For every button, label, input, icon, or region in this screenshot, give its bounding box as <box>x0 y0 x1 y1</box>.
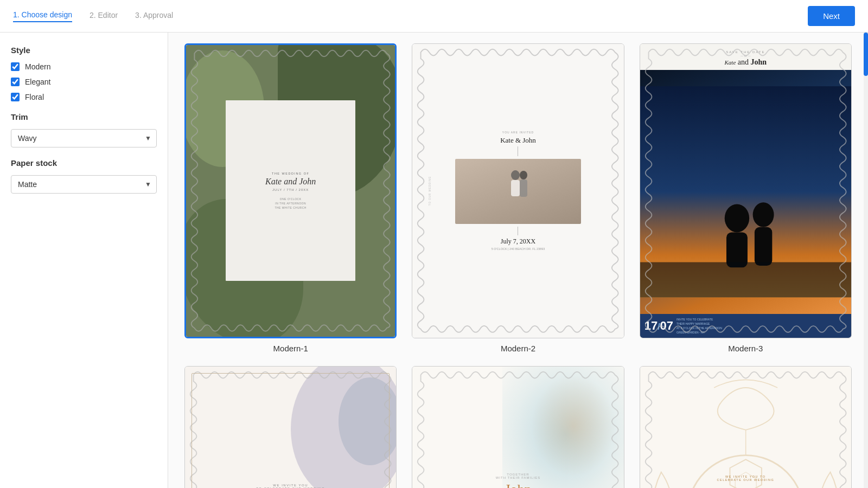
card-elegant-2-image[interactable]: TOGETHERWITH THEIR FAMILIES John and Nat… <box>412 366 624 488</box>
style-floral-label[interactable]: Floral <box>25 93 44 101</box>
card-modern-1-image[interactable]: THE WEDDING OF Kate and John JULY / 7TH … <box>184 43 397 338</box>
style-modern-label[interactable]: Modern <box>25 62 50 71</box>
card-modern-3[interactable]: SAVE THE DATE — for — Kate and John <box>640 43 852 353</box>
style-modern-row: Modern <box>11 62 157 71</box>
card-modern-1[interactable]: THE WEDDING OF Kate and John JULY / 7TH … <box>184 43 397 353</box>
step-choose-design[interactable]: 1. Choose design <box>13 10 72 22</box>
style-floral-checkbox[interactable] <box>11 93 20 101</box>
trim-divider: Trim Wavy Straight Rounded ▼ <box>11 112 157 147</box>
card-modern-2-image[interactable]: YOU ARE INVITED Kate & John <box>412 43 624 338</box>
main-layout: Style Modern Elegant Floral Trim Wavy St… <box>0 33 868 488</box>
style-title: Style <box>11 46 157 55</box>
style-floral-row: Floral <box>11 93 157 101</box>
paper-select-wrapper: Matte Glossy Satin ▼ <box>11 175 157 194</box>
card-modern-3-image[interactable]: SAVE THE DATE — for — Kate and John <box>640 43 852 338</box>
card-elegant-1[interactable]: WE INVITE YOUTO CELEBRATE OUR WEDDING Ka… <box>184 366 397 488</box>
gallery: THE WEDDING OF Kate and John JULY / 7TH … <box>168 33 868 488</box>
style-elegant-label[interactable]: Elegant <box>25 78 50 86</box>
card-elegant-3[interactable]: WE INVITE YOU TOCELEBRATE OUR WEDDING Ol… <box>640 366 852 488</box>
card-modern-3-label: Modern-3 <box>728 344 763 353</box>
trim-select-wrapper: Wavy Straight Rounded ▼ <box>11 129 157 147</box>
header: 1. Choose design 2. Editor 3. Approval N… <box>0 0 868 33</box>
svg-point-0 <box>511 170 520 180</box>
svg-rect-1 <box>511 180 520 196</box>
sidebar: Style Modern Elegant Floral Trim Wavy St… <box>0 33 168 488</box>
gallery-grid: THE WEDDING OF Kate and John JULY / 7TH … <box>184 43 852 488</box>
card-elegant-2[interactable]: TOGETHERWITH THEIR FAMILIES John and Nat… <box>412 366 624 488</box>
scrollbar-thumb[interactable] <box>864 33 868 76</box>
style-elegant-row: Elegant <box>11 78 157 86</box>
style-modern-checkbox[interactable] <box>11 62 20 71</box>
style-elegant-checkbox[interactable] <box>11 78 20 86</box>
scrollbar-track <box>864 33 868 488</box>
card-elegant-1-image[interactable]: WE INVITE YOUTO CELEBRATE OUR WEDDING Ka… <box>184 366 397 488</box>
stepper: 1. Choose design 2. Editor 3. Approval <box>13 10 173 22</box>
paper-select[interactable]: Matte Glossy Satin <box>11 175 157 194</box>
step-editor[interactable]: 2. Editor <box>90 11 118 22</box>
svg-rect-3 <box>520 179 527 197</box>
trim-select[interactable]: Wavy Straight Rounded <box>11 129 157 147</box>
svg-point-7 <box>752 202 774 227</box>
card-modern-1-label: Modern-1 <box>273 344 308 353</box>
card-modern-2-label: Modern-2 <box>501 344 535 353</box>
paper-title: Paper stock <box>11 158 157 168</box>
card-modern-2[interactable]: YOU ARE INVITED Kate & John <box>412 43 624 353</box>
step-approval[interactable]: 3. Approval <box>135 11 173 22</box>
svg-rect-9 <box>640 262 851 298</box>
next-button[interactable]: Next <box>808 6 855 26</box>
card-elegant-3-image[interactable]: WE INVITE YOU TOCELEBRATE OUR WEDDING Ol… <box>640 366 852 488</box>
svg-rect-8 <box>755 227 772 266</box>
paper-divider: Paper stock Matte Glossy Satin ▼ <box>11 158 157 194</box>
trim-title: Trim <box>11 112 157 121</box>
svg-point-5 <box>724 204 749 232</box>
svg-point-2 <box>520 171 527 179</box>
